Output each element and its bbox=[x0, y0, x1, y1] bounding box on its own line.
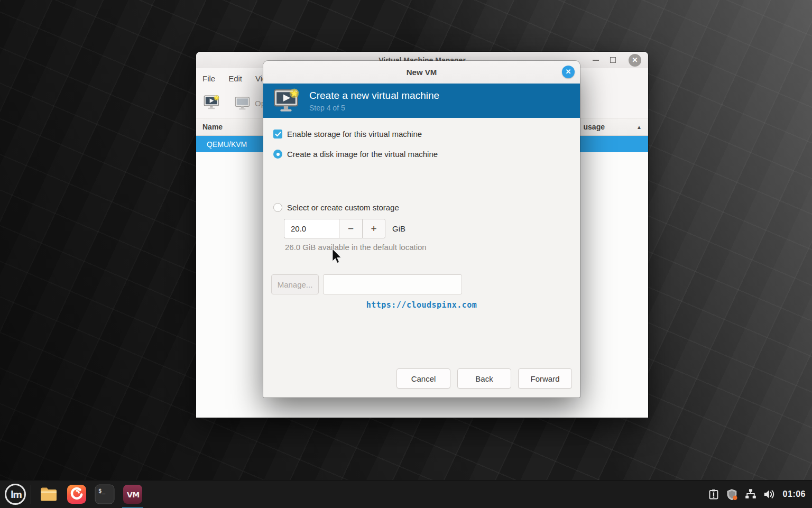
create-disk-row[interactable]: Create a disk image for the virtual mach… bbox=[273, 150, 438, 159]
desktop: Virtual Machine Manager ✕ File Edit View bbox=[0, 0, 812, 508]
maximize-button[interactable] bbox=[607, 52, 619, 68]
clipboard-alert-icon bbox=[708, 488, 719, 500]
close-icon: ✕ bbox=[566, 68, 571, 76]
dialog-body: Enable storage for this virtual machine … bbox=[263, 118, 580, 398]
column-header-usage[interactable]: usage bbox=[584, 123, 605, 131]
terminal-prompt-glyph: $_ bbox=[98, 487, 106, 494]
maximize-icon bbox=[610, 57, 616, 63]
dialog-title: New VM bbox=[407, 68, 437, 77]
menu-file[interactable]: File bbox=[201, 73, 216, 84]
sort-ascending-icon[interactable]: ▲ bbox=[636, 124, 642, 130]
minimize-button[interactable] bbox=[590, 52, 602, 68]
custom-storage-row[interactable]: Select or create custom storage bbox=[273, 203, 399, 212]
column-header-name[interactable]: Name bbox=[196, 123, 223, 131]
create-disk-radio[interactable] bbox=[273, 150, 282, 159]
firewall-tray-button[interactable] bbox=[726, 488, 739, 501]
available-space-note: 26.0 GiB available in the default locati… bbox=[285, 243, 427, 252]
taskbar-left: lm bbox=[0, 481, 151, 508]
open-vm-icon bbox=[235, 96, 251, 111]
volume-tray-button[interactable] bbox=[763, 488, 776, 501]
taskbar-clock[interactable]: 01:06 bbox=[783, 489, 806, 499]
decrease-size-button[interactable]: − bbox=[339, 219, 362, 238]
wired-network-icon bbox=[744, 488, 757, 501]
menu-edit[interactable]: Edit bbox=[227, 73, 243, 84]
mouse-cursor bbox=[331, 248, 344, 265]
create-vm-icon bbox=[272, 88, 301, 114]
new-vm-icon bbox=[204, 95, 220, 110]
taskbar: lm bbox=[0, 480, 812, 508]
file-manager-launcher[interactable] bbox=[39, 484, 59, 504]
dialog-step-indicator: Step 4 of 5 bbox=[309, 104, 439, 112]
custom-storage-path-input[interactable] bbox=[323, 274, 462, 294]
firefox-icon bbox=[67, 484, 87, 504]
mint-logo-icon: lm bbox=[4, 483, 27, 506]
folder-icon bbox=[39, 484, 59, 504]
vm-badge-text: VM bbox=[127, 491, 140, 499]
new-vm-dialog: New VM ✕ Create a new virtual machine St… bbox=[263, 61, 580, 398]
enable-storage-label: Enable storage for this virtual machine bbox=[287, 130, 422, 138]
terminal-icon: $_ bbox=[95, 484, 115, 504]
network-tray-button[interactable] bbox=[744, 488, 757, 501]
virt-manager-icon: VM bbox=[123, 484, 143, 504]
open-button[interactable]: Op bbox=[235, 96, 265, 111]
shield-notification-icon bbox=[726, 488, 738, 501]
close-button[interactable]: ✕ bbox=[628, 52, 642, 68]
dialog-header: Create a new virtual machine Step 4 of 5 bbox=[263, 84, 580, 118]
checkmark-icon bbox=[275, 132, 281, 137]
disk-size-input[interactable] bbox=[284, 219, 339, 238]
mint-menu-button[interactable]: lm bbox=[0, 481, 31, 508]
firefox-launcher[interactable] bbox=[67, 484, 87, 504]
speaker-icon bbox=[763, 488, 776, 501]
size-unit-label: GiB bbox=[392, 224, 405, 233]
terminal-launcher[interactable]: $_ bbox=[95, 484, 115, 504]
disk-size-spinner: − + GiB bbox=[284, 219, 405, 238]
cancel-button[interactable]: Cancel bbox=[396, 368, 450, 389]
updates-tray-button[interactable] bbox=[707, 488, 720, 501]
enable-storage-checkbox[interactable] bbox=[273, 130, 282, 138]
watermark-link: https://cloudspinx.com bbox=[263, 300, 580, 310]
custom-storage-radio[interactable] bbox=[273, 203, 282, 212]
dialog-action-buttons: Cancel Back Forward bbox=[396, 368, 572, 389]
back-button[interactable]: Back bbox=[457, 368, 511, 389]
manage-button[interactable]: Manage... bbox=[271, 274, 319, 294]
create-disk-label: Create a disk image for the virtual mach… bbox=[287, 150, 438, 159]
system-tray: 01:06 bbox=[707, 488, 812, 501]
custom-storage-controls: Manage... bbox=[271, 274, 462, 294]
enable-storage-row[interactable]: Enable storage for this virtual machine bbox=[273, 130, 422, 138]
increase-size-button[interactable]: + bbox=[362, 219, 385, 238]
virt-manager-launcher[interactable]: VM bbox=[123, 484, 143, 504]
new-vm-toolbar-button[interactable] bbox=[204, 95, 220, 113]
forward-button[interactable]: Forward bbox=[518, 368, 572, 389]
vm-connection-label: QEMU/KVM bbox=[196, 140, 247, 149]
close-icon: ✕ bbox=[629, 54, 641, 67]
svg-text:lm: lm bbox=[11, 489, 22, 500]
dialog-titlebar[interactable]: New VM ✕ bbox=[263, 61, 580, 84]
minimize-icon bbox=[593, 60, 599, 61]
dialog-header-title: Create a new virtual machine bbox=[309, 90, 439, 101]
dialog-close-button[interactable]: ✕ bbox=[562, 66, 575, 78]
custom-storage-label: Select or create custom storage bbox=[287, 203, 399, 212]
taskbar-separator bbox=[31, 485, 31, 504]
